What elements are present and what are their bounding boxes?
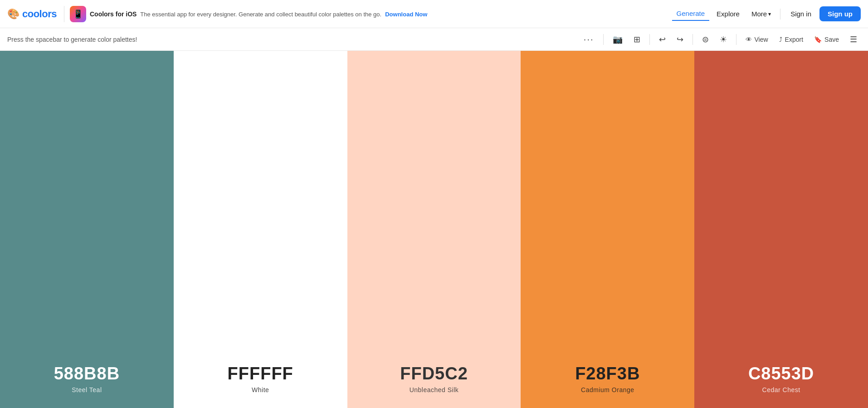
toolbar-divider-3 bbox=[692, 34, 693, 45]
ios-promo-description: The essential app for every designer. Ge… bbox=[139, 11, 383, 18]
signin-button[interactable]: Sign in bbox=[785, 7, 817, 20]
signup-button[interactable]: Sign up bbox=[819, 6, 861, 21]
nav-more-label: More bbox=[751, 10, 767, 18]
adjust-icon: ⊜ bbox=[702, 34, 709, 44]
nav-generate[interactable]: Generate bbox=[672, 7, 710, 21]
logo-icon: 🎨 bbox=[7, 8, 20, 20]
header: 🎨 coolors 📱 Coolors for iOS The essentia… bbox=[0, 0, 868, 28]
swatch-name-0: Steel Teal bbox=[72, 386, 102, 393]
ios-promo-banner: 📱 Coolors for iOS The essential app for … bbox=[64, 6, 427, 22]
color-swatch-588b8b[interactable]: 588B8BSteel Teal bbox=[0, 51, 174, 408]
undo-icon: ↩ bbox=[659, 34, 666, 44]
ios-app-icon: 📱 bbox=[70, 6, 86, 22]
swatch-name-3: Cadmium Orange bbox=[581, 386, 634, 393]
export-button[interactable]: ⤴ Export bbox=[775, 33, 807, 46]
toolbar: Press the spacebar to generate color pal… bbox=[0, 28, 868, 51]
ios-promo-text: Coolors for iOS The essential app for ev… bbox=[90, 10, 427, 18]
swatch-hex-3: F28F3B bbox=[575, 364, 640, 383]
color-swatch-f28f3b[interactable]: F28F3BCadmium Orange bbox=[521, 51, 694, 408]
swatch-hex-1: FFFFFF bbox=[228, 364, 293, 383]
camera-icon: 📷 bbox=[613, 34, 623, 44]
nav-divider bbox=[780, 9, 780, 20]
swatch-name-2: Unbleached Silk bbox=[410, 386, 459, 393]
bookmark-icon: 🔖 bbox=[814, 36, 822, 43]
swatch-name-4: Cedar Chest bbox=[762, 386, 800, 393]
share-icon: ⤴ bbox=[779, 36, 782, 43]
brightness-icon: ☀ bbox=[720, 34, 727, 44]
swatch-hex-0: 588B8B bbox=[54, 364, 120, 383]
view-button[interactable]: 👁 View bbox=[742, 33, 772, 46]
swatch-name-1: White bbox=[252, 386, 269, 393]
eye-icon: 👁 bbox=[746, 36, 752, 43]
ios-promo-title: Coolors for iOS bbox=[90, 10, 137, 18]
toolbar-divider-2 bbox=[649, 34, 650, 45]
save-label: Save bbox=[824, 36, 839, 43]
export-label: Export bbox=[785, 36, 803, 43]
split-view-button[interactable]: ⊞ bbox=[630, 32, 644, 47]
color-palette: 588B8BSteel TealFFFFFFWhiteFFD5C2Unbleac… bbox=[0, 51, 868, 408]
nav-explore[interactable]: Explore bbox=[712, 7, 744, 20]
ellipsis-icon: ··· bbox=[584, 34, 594, 44]
split-view-icon: ⊞ bbox=[634, 34, 640, 44]
logo[interactable]: 🎨 coolors bbox=[7, 8, 57, 20]
download-now-link[interactable]: Download Now bbox=[385, 11, 427, 18]
color-swatch-c8553d[interactable]: C8553DCedar Chest bbox=[694, 51, 868, 408]
swatch-hex-4: C8553D bbox=[748, 364, 814, 383]
brightness-button[interactable]: ☀ bbox=[716, 32, 731, 47]
swatch-hex-2: FFD5C2 bbox=[400, 364, 468, 383]
chevron-down-icon: ▾ bbox=[768, 11, 771, 17]
spacebar-hint: Press the spacebar to generate color pal… bbox=[7, 36, 576, 43]
camera-button[interactable]: 📷 bbox=[609, 32, 626, 47]
color-swatch-ffd5c2[interactable]: FFD5C2Unbleached Silk bbox=[347, 51, 521, 408]
view-label: View bbox=[755, 36, 768, 43]
color-swatch-ffffff[interactable]: FFFFFFWhite bbox=[174, 51, 347, 408]
save-button[interactable]: 🔖 Save bbox=[810, 33, 843, 46]
menu-button[interactable]: ☰ bbox=[846, 32, 861, 47]
adjust-button[interactable]: ⊜ bbox=[698, 32, 712, 47]
toolbar-divider-4 bbox=[736, 34, 736, 45]
toolbar-divider-1 bbox=[603, 34, 604, 45]
redo-button[interactable]: ↪ bbox=[673, 32, 687, 47]
hamburger-icon: ☰ bbox=[850, 34, 857, 44]
more-options-button[interactable]: ··· bbox=[580, 31, 598, 47]
logo-text: coolors bbox=[22, 8, 57, 20]
nav-more[interactable]: More ▾ bbox=[747, 7, 775, 20]
undo-button[interactable]: ↩ bbox=[655, 32, 669, 47]
redo-icon: ↪ bbox=[677, 34, 683, 44]
nav-right: Generate Explore More ▾ Sign in Sign up bbox=[672, 6, 861, 21]
